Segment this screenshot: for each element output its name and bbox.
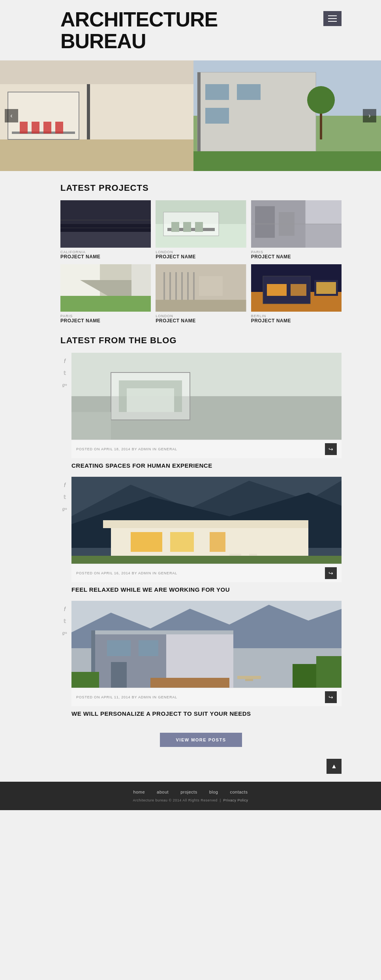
project-name-2: PROJECT NAME [156,254,246,260]
project-svg-3 [251,200,342,248]
project-name-3: PROJECT NAME [251,254,342,260]
share-button-2[interactable]: ↪ [325,567,337,579]
footer-nav-about[interactable]: about [157,790,169,794]
blog-title-2: FEEL RELAXED WHILE WE ARE WORKING FOR YO… [71,582,342,601]
project-name-5: PROJECT NAME [156,318,246,324]
project-location-5: LONDON [156,314,246,318]
footer-privacy-link[interactable]: Privacy Policy [223,798,248,802]
svg-rect-14 [205,84,229,100]
footer-nav: home about projects blog contacts [8,790,373,794]
footer-copyright: Architecture bureau © 2014 All Rights Re… [8,798,373,802]
facebook-icon-1[interactable]: f [60,357,69,365]
svg-rect-92 [245,679,253,681]
blog-main-1: POSTED ON APRIL 18, 2014 BY ADMIN IN GEN… [71,353,342,477]
svg-rect-47 [181,272,183,304]
project-image-3 [251,200,342,248]
blog-image-2 [71,477,342,564]
svg-rect-87 [71,672,99,688]
footer-nav-projects[interactable]: projects [180,790,197,794]
blog-title-3: WE WILL PERSONALIZE A PROJECT TO SUIT YO… [71,706,342,725]
project-card-2[interactable]: LONDON PROJECT NAME [156,200,246,260]
twitter-icon-2[interactable]: 𝕥 [60,493,69,501]
svg-rect-89 [316,656,342,688]
blog-meta-3: POSTED ON APRIL 11, 2014 BY ADMIN IN GEN… [76,695,177,699]
svg-rect-50 [156,300,246,312]
svg-rect-46 [175,272,177,304]
blog-social-2: f 𝕥 g+ [60,477,71,601]
project-svg-4 [60,264,151,312]
slider-next-button[interactable]: › [363,109,376,122]
scroll-top-area: ▲ [0,759,381,782]
svg-rect-31 [195,222,203,232]
project-card-1[interactable]: CALIFORNIA PROJECT NAME [60,200,151,260]
blog-meta-bar-1: POSTED ON APRIL 18, 2014 BY ADMIN IN GEN… [71,440,342,458]
menu-line-1 [328,15,337,16]
project-image-2 [156,200,246,248]
project-card-3[interactable]: PARIS PROJECT NAME [251,200,342,260]
share-button-1[interactable]: ↪ [325,443,337,455]
blog-social-3: f 𝕥 g+ [60,601,71,725]
view-more-button[interactable]: VIEW MORE POSTS [160,733,242,747]
menu-line-2 [328,18,337,19]
share-button-3[interactable]: ↪ [325,691,337,703]
svg-rect-21 [60,232,151,248]
svg-rect-30 [183,222,191,232]
svg-rect-74 [71,556,342,564]
facebook-icon-3[interactable]: f [60,605,69,613]
project-card-4[interactable]: PARIS PROJECT NAME [60,264,151,324]
svg-rect-9 [55,122,63,134]
svg-rect-86 [111,662,127,688]
scroll-top-button[interactable]: ▲ [327,759,342,774]
project-svg-1 [60,200,151,248]
svg-rect-84 [107,640,131,656]
project-card-6[interactable]: BERLIN PROJECT NAME [251,264,342,324]
svg-rect-48 [187,272,189,304]
svg-rect-85 [139,640,158,656]
site-header: ARCHITECTUREBUREAU [0,0,381,60]
site-title: ARCHITECTUREBUREAU [60,9,218,52]
svg-rect-44 [163,272,165,304]
blog-section-title: LATEST FROM THE BLOG [60,335,342,346]
blog-post-2: f 𝕥 g+ [60,477,342,601]
facebook-icon-2[interactable]: f [60,481,69,489]
svg-rect-73 [210,532,225,552]
blog-section: LATEST FROM THE BLOG f 𝕥 g+ [60,335,342,759]
svg-rect-8 [43,122,51,134]
project-location-2: LONDON [156,250,246,254]
blog-meta-1: POSTED ON APRIL 18, 2014 BY ADMIN IN GEN… [76,447,177,451]
googleplus-icon-2[interactable]: g+ [60,504,69,513]
project-image-5 [156,264,246,312]
svg-rect-64 [127,388,174,412]
blog-svg-2 [71,477,342,564]
svg-rect-22 [60,200,151,224]
menu-button[interactable] [323,11,342,26]
googleplus-icon-3[interactable]: g+ [60,628,69,637]
view-more-section: VIEW MORE POSTS [60,725,342,759]
googleplus-icon-1[interactable]: g+ [60,380,69,389]
svg-rect-16 [205,108,229,124]
slider-prev-button[interactable]: ‹ [5,109,18,122]
svg-rect-29 [171,222,179,232]
hero-slider: ‹ › [0,60,381,171]
project-card-5[interactable]: LONDON PROJECT NAME [156,264,246,324]
footer-nav-home[interactable]: home [133,790,145,794]
hero-image [0,60,381,171]
footer-nav-blog[interactable]: blog [209,790,218,794]
svg-rect-15 [237,84,261,100]
footer-nav-contacts[interactable]: contacts [230,790,248,794]
svg-rect-91 [237,676,261,679]
twitter-icon-3[interactable]: 𝕥 [60,617,69,625]
svg-rect-58 [316,282,336,294]
project-location-4: PARIS [60,314,151,318]
svg-rect-19 [193,151,381,171]
svg-rect-72 [170,532,194,552]
svg-rect-45 [169,272,171,304]
project-name-4: PROJECT NAME [60,318,151,324]
svg-rect-13 [197,72,201,151]
project-location-6: BERLIN [251,314,342,318]
project-svg-2 [156,200,246,248]
svg-rect-56 [291,284,306,296]
latest-projects-section: LATEST PROJECTS CALIFORNIA PROJECT NAME [60,183,342,324]
twitter-icon-1[interactable]: 𝕥 [60,369,69,377]
svg-rect-49 [193,272,195,304]
